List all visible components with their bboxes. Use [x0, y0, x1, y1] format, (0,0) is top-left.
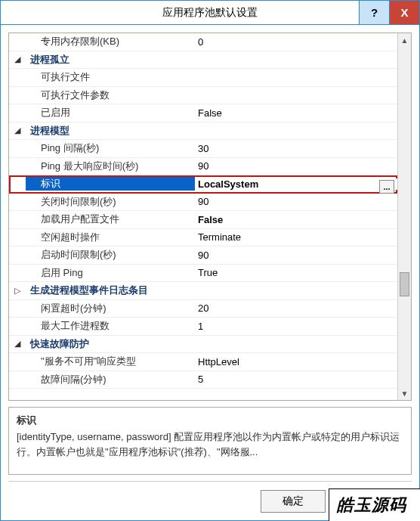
property-value[interactable]: 30 [195, 143, 397, 154]
property-label: 空闲超时操作 [26, 231, 195, 244]
property-label: 故障间隔(分钟) [26, 373, 195, 386]
property-grid: 专用内存限制(KB)0◢进程孤立可执行文件可执行文件参数已启用False◢进程模… [8, 33, 412, 401]
property-value[interactable]: True [195, 267, 397, 278]
property-value[interactable]: 1 [195, 321, 397, 332]
scroll-track[interactable] [398, 45, 411, 388]
property-row[interactable]: 最大工作进程数1 [9, 318, 397, 336]
property-row[interactable]: 已启用False [9, 104, 397, 122]
property-value[interactable]: False [195, 107, 397, 119]
help-button[interactable]: ? [359, 1, 389, 24]
expander-icon[interactable]: ◢ [9, 339, 26, 349]
property-label: "服务不可用"响应类型 [26, 355, 195, 368]
property-row[interactable]: 专用内存限制(KB)0 [9, 33, 397, 51]
property-value[interactable]: 5 [195, 374, 397, 385]
expander-icon[interactable]: ▷ [9, 286, 26, 296]
description-text: [identityType, username, password] 配置应用程… [17, 430, 403, 459]
property-group-header[interactable]: ◢快速故障防护 [9, 336, 397, 354]
watermark-label: 皓玉源码 [329, 488, 420, 521]
property-label: Ping 最大响应时间(秒) [26, 160, 195, 173]
property-row[interactable]: Ping 间隔(秒)30 [9, 140, 397, 158]
scroll-up-arrow-icon[interactable]: ▲ [400, 35, 410, 45]
property-label: 可执行文件参数 [26, 88, 195, 102]
property-row[interactable]: 启动时间限制(秒)90 [9, 247, 397, 265]
expander-icon[interactable]: ◢ [9, 126, 26, 135]
property-group-header[interactable]: ◢进程孤立 [9, 51, 397, 70]
scroll-down-arrow-icon[interactable]: ▼ [400, 388, 410, 399]
property-value[interactable]: 20 [195, 302, 397, 314]
property-label: 启动时间限制(秒) [26, 248, 195, 262]
property-row[interactable]: "服务不可用"响应类型HttpLevel [9, 353, 397, 371]
property-value[interactable]: 90 [195, 250, 397, 261]
browse-button[interactable]: ... [379, 180, 394, 194]
property-label: 进程孤立 [26, 53, 195, 67]
property-value[interactable]: 90 [195, 160, 397, 172]
property-row[interactable]: 加载用户配置文件False [9, 211, 397, 229]
property-group-header[interactable]: ◢进程模型 [9, 122, 397, 141]
property-label: 生成进程模型事件日志条目 [26, 284, 195, 297]
description-panel: 标识 [identityType, username, password] 配置… [8, 407, 412, 475]
property-value[interactable]: False [195, 214, 397, 225]
property-row[interactable]: 标识LocalSystem... [9, 175, 397, 194]
property-row[interactable]: 可执行文件参数 [9, 87, 397, 105]
property-label: 关闭时间限制(秒) [26, 195, 195, 209]
property-label: 可执行文件 [26, 70, 195, 84]
property-value[interactable]: LocalSystem... [195, 178, 397, 190]
property-row[interactable]: 空闲超时操作Terminate [9, 229, 397, 247]
scroll-thumb[interactable] [400, 272, 409, 296]
property-row[interactable]: 闲置超时(分钟)20 [9, 300, 397, 318]
close-button[interactable]: X [389, 1, 419, 24]
property-row[interactable]: 关闭时间限制(秒)90 [9, 194, 397, 212]
property-label: 快速故障防护 [26, 337, 195, 351]
property-label: 闲置超时(分钟) [26, 302, 195, 315]
property-label: 已启用 [26, 106, 195, 119]
property-label: 标识 [26, 177, 195, 191]
property-value[interactable]: 0 [195, 36, 397, 48]
property-value[interactable]: 90 [195, 196, 397, 207]
window-title: 应用程序池默认设置 [1, 6, 419, 20]
vertical-scrollbar[interactable]: ▲ ▼ [397, 33, 411, 400]
property-value[interactable]: HttpLevel [195, 356, 397, 367]
property-group-header[interactable]: ▷生成进程模型事件日志条目 [9, 282, 397, 300]
property-label: 最大工作进程数 [26, 319, 195, 333]
property-row[interactable]: 可执行文件 [9, 69, 397, 87]
ok-button[interactable]: 确定 [261, 490, 326, 513]
property-row[interactable]: 启用 PingTrue [9, 265, 397, 283]
title-bar: 应用程序池默认设置 ? X [1, 1, 419, 25]
property-label: 启用 Ping [26, 266, 195, 280]
description-title: 标识 [17, 414, 403, 427]
property-row[interactable]: Ping 最大响应时间(秒)90 [9, 158, 397, 176]
property-label: 专用内存限制(KB) [26, 35, 195, 48]
property-row[interactable]: 故障间隔(分钟)5 [9, 371, 397, 389]
property-label: Ping 间隔(秒) [26, 141, 195, 155]
property-label: 进程模型 [26, 124, 195, 138]
expander-icon[interactable]: ◢ [9, 54, 26, 64]
property-value[interactable]: Terminate [195, 231, 397, 243]
property-label: 加载用户配置文件 [26, 212, 195, 226]
